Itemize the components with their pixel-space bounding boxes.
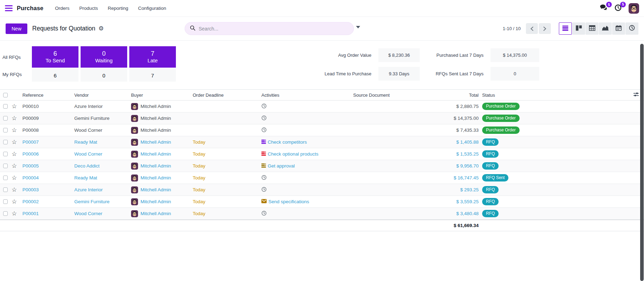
- buyer-cell[interactable]: Mitchell Admin: [129, 163, 191, 170]
- header-activities[interactable]: Activities: [259, 92, 349, 98]
- clock-activity-icon[interactable]: [261, 187, 267, 193]
- activities-cell[interactable]: [259, 211, 349, 217]
- favorite-star-icon[interactable]: ☆: [11, 163, 20, 169]
- row-checkbox[interactable]: [3, 164, 8, 168]
- activities-cell[interactable]: [259, 175, 349, 181]
- clock-activity-icon[interactable]: [261, 175, 267, 181]
- bucket-late-my[interactable]: 7: [129, 69, 176, 82]
- reference-link[interactable]: P00009: [20, 116, 72, 121]
- favorite-star-icon[interactable]: ☆: [11, 187, 20, 193]
- reference-link[interactable]: P00010: [20, 104, 72, 109]
- buyer-cell[interactable]: Mitchell Admin: [129, 210, 191, 217]
- menu-item-products[interactable]: Products: [75, 4, 102, 13]
- reference-link[interactable]: P00006: [20, 151, 72, 157]
- row-checkbox[interactable]: [3, 128, 8, 132]
- activity-label[interactable]: Get approval: [268, 163, 295, 169]
- new-button[interactable]: New: [6, 23, 27, 34]
- kanban-view-button[interactable]: [572, 22, 585, 35]
- search-input[interactable]: [199, 26, 332, 32]
- vendor-cell[interactable]: Ready Mat: [72, 175, 129, 180]
- rfq-row-p00008[interactable]: ☆ P00008 Wood Corner Mitchell Admin $ 7,…: [0, 124, 644, 136]
- row-checkbox[interactable]: [3, 187, 8, 192]
- activity-label[interactable]: Check optional products: [268, 151, 318, 157]
- metric-label[interactable]: Lead Time to Purchase: [301, 71, 371, 76]
- row-checkbox[interactable]: [3, 152, 8, 156]
- menu-item-configuration[interactable]: Configuration: [134, 4, 170, 13]
- favorite-star-icon[interactable]: ☆: [11, 115, 20, 121]
- activities-cell[interactable]: Send specifications: [259, 199, 349, 204]
- pager-next-button[interactable]: [539, 23, 551, 34]
- vertical-scrollbar[interactable]: [640, 44, 644, 281]
- messages-button[interactable]: 5: [600, 4, 608, 12]
- buyer-cell[interactable]: Mitchell Admin: [129, 198, 191, 205]
- pivot-view-button[interactable]: [585, 22, 598, 35]
- buyer-cell[interactable]: Mitchell Admin: [129, 151, 191, 158]
- reference-link[interactable]: P00007: [20, 139, 72, 145]
- envelope-activity-icon[interactable]: [261, 199, 267, 204]
- vendor-cell[interactable]: Gemini Furniture: [72, 116, 129, 121]
- activities-cell[interactable]: Check optional products: [259, 151, 349, 157]
- activities-cell[interactable]: Get approval: [259, 163, 349, 169]
- rfq-row-p00002[interactable]: ☆ P00002 Gemini Furniture Mitchell Admin…: [0, 196, 644, 208]
- rfq-row-p00001[interactable]: ☆ P00001 Wood Corner Mitchell Admin Toda…: [0, 208, 644, 220]
- bars-red-activity-icon[interactable]: [261, 151, 266, 157]
- rfq-row-p00007[interactable]: ☆ P00007 Ready Mat Mitchell Admin Today …: [0, 136, 644, 148]
- my-rfqs-label[interactable]: My RFQs: [2, 72, 22, 77]
- clock-activity-icon[interactable]: [261, 103, 267, 110]
- activities-cell[interactable]: [259, 187, 349, 193]
- header-source-document[interactable]: Source Document: [349, 92, 437, 98]
- header-total[interactable]: Total: [437, 92, 479, 98]
- reference-link[interactable]: P00001: [20, 211, 72, 216]
- rfq-row-p00003[interactable]: ☆ P00003 Azure Interior Mitchell Admin T…: [0, 184, 644, 196]
- bucket-to-send-my[interactable]: 6: [32, 69, 78, 82]
- vendor-cell[interactable]: Wood Corner: [72, 211, 129, 216]
- bucket-waiting-my[interactable]: 0: [81, 69, 127, 82]
- calendar-view-button[interactable]: [612, 22, 625, 35]
- apps-menu-icon[interactable]: [5, 5, 13, 11]
- clock-activity-icon[interactable]: [261, 127, 267, 133]
- row-checkbox[interactable]: [3, 199, 8, 204]
- vendor-cell[interactable]: Deco Addict: [72, 163, 129, 169]
- metric-label[interactable]: RFQs Sent Last 7 Days: [403, 71, 484, 76]
- header-buyer[interactable]: Buyer: [129, 92, 191, 98]
- reference-link[interactable]: P00004: [20, 175, 72, 180]
- favorite-star-icon[interactable]: ☆: [11, 151, 20, 157]
- header-vendor[interactable]: Vendor: [72, 92, 129, 98]
- row-checkbox[interactable]: [3, 116, 8, 121]
- buyer-cell[interactable]: Mitchell Admin: [129, 174, 191, 181]
- buyer-cell[interactable]: Mitchell Admin: [129, 186, 191, 193]
- favorite-star-icon[interactable]: ☆: [11, 211, 20, 217]
- rfq-row-p00006[interactable]: ☆ P00006 Wood Corner Mitchell Admin Toda…: [0, 148, 644, 160]
- reference-link[interactable]: P00008: [20, 128, 72, 133]
- menu-item-orders[interactable]: Orders: [51, 4, 73, 13]
- all-rfqs-label[interactable]: All RFQs: [2, 55, 21, 60]
- bars-olive-activity-icon[interactable]: [261, 163, 266, 169]
- activity-view-button[interactable]: [625, 22, 638, 35]
- reference-link[interactable]: P00003: [20, 187, 72, 192]
- metric-label[interactable]: Avg Order Value: [301, 53, 371, 58]
- header-reference[interactable]: Reference: [20, 92, 72, 98]
- row-checkbox[interactable]: [3, 211, 8, 216]
- buyer-cell[interactable]: Mitchell Admin: [129, 103, 191, 110]
- search-dropdown-caret[interactable]: [356, 26, 360, 28]
- activity-label[interactable]: Send specifications: [268, 199, 309, 204]
- user-avatar[interactable]: [629, 3, 639, 14]
- clock-activity-icon[interactable]: [261, 115, 267, 122]
- activities-cell[interactable]: Check competitors: [259, 139, 349, 145]
- graph-view-button[interactable]: [599, 22, 612, 35]
- activities-cell[interactable]: [259, 115, 349, 122]
- pager-previous-button[interactable]: [526, 23, 538, 34]
- metric-label[interactable]: Purchased Last 7 Days: [403, 53, 484, 58]
- search-bar[interactable]: [185, 22, 354, 35]
- clock-activity-icon[interactable]: [261, 211, 267, 217]
- menu-item-reporting[interactable]: Reporting: [104, 4, 132, 13]
- gear-icon[interactable]: ⚙: [98, 26, 104, 32]
- row-checkbox[interactable]: [3, 140, 8, 144]
- rfq-bucket-late[interactable]: 7 Late 7: [129, 46, 176, 82]
- header-status[interactable]: Status: [479, 92, 542, 98]
- list-view-button[interactable]: [559, 22, 572, 35]
- rfq-row-p00005[interactable]: ☆ P00005 Deco Addict Mitchell Admin Toda…: [0, 160, 644, 172]
- reference-link[interactable]: P00005: [20, 163, 72, 169]
- vendor-cell[interactable]: Wood Corner: [72, 128, 129, 133]
- favorite-star-icon[interactable]: ☆: [11, 103, 20, 109]
